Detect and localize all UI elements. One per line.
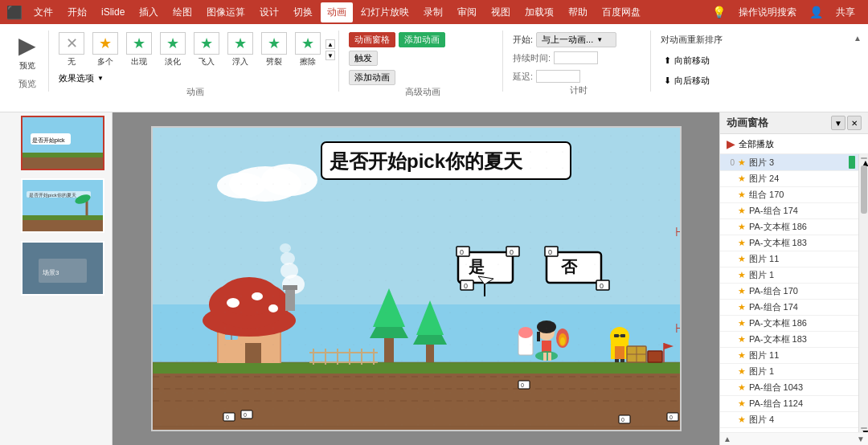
- menu-draw[interactable]: 绘图: [166, 2, 199, 22]
- menu-help[interactable]: 帮助: [562, 2, 594, 22]
- anim-item-3[interactable]: ★ PA-组合 174: [720, 203, 858, 219]
- slide-2-thumb[interactable]: 是否开始pick你的夏天: [21, 178, 104, 233]
- svg-rect-2: [23, 153, 103, 157]
- menu-view[interactable]: 视图: [485, 2, 517, 22]
- menu-baidu[interactable]: 百度网盘: [596, 2, 647, 22]
- anim-list-container: 0 ★ 图片 3 ★ 图片 24 ★ 组合 170: [720, 154, 868, 432]
- anim-item-6-star: ★: [738, 254, 746, 264]
- anim-item-13[interactable]: ★ 图片 1: [720, 364, 858, 380]
- anim-multi-btn[interactable]: ★ 多个: [89, 31, 121, 69]
- anim-panel-title: 动画窗格: [727, 116, 768, 130]
- anim-fly-btn[interactable]: ★ 飞入: [190, 31, 223, 69]
- anim-item-13-star: ★: [738, 366, 746, 377]
- menu-transition[interactable]: 切换: [287, 2, 319, 22]
- menu-record[interactable]: 录制: [417, 2, 449, 22]
- preview-icon: ▶: [18, 32, 36, 59]
- anim-item-8-star: ★: [738, 286, 746, 296]
- scroll-thumb[interactable]: [861, 165, 867, 214]
- ribbon-collapse-btn[interactable]: ▲: [854, 34, 862, 43]
- menu-animation[interactable]: 动画: [321, 2, 353, 22]
- slide-1-preview: 是否开始pick: [23, 117, 103, 169]
- anim-float-btn[interactable]: ★ 浮入: [224, 31, 256, 69]
- add-anim-btn[interactable]: 添加动画: [399, 32, 445, 47]
- animation-scroll-btns: ▲ ▼: [326, 39, 335, 60]
- move-backward-label: 向后移动: [674, 75, 710, 87]
- anim-scroll-up-btn[interactable]: ▲: [723, 435, 731, 443]
- anim-item-15-name: PA-组合 1124: [749, 398, 855, 410]
- anim-item-14[interactable]: ★ PA-组合 1043: [720, 380, 858, 396]
- slide-3-thumb[interactable]: 场景3: [21, 241, 104, 296]
- anim-item-6[interactable]: ★ 图片 11: [720, 251, 858, 267]
- delay-input[interactable]: [536, 70, 580, 83]
- slide-panel: 1 ★ 是否开始pick 2 ★: [0, 112, 113, 445]
- menu-share[interactable]: 共享: [829, 2, 862, 22]
- anim-panel-close-btn[interactable]: ✕: [847, 116, 862, 130]
- anim-none-btn[interactable]: ✕ 无: [55, 31, 88, 69]
- anim-item-12[interactable]: ★ 图片 11: [720, 348, 858, 364]
- move-backward-btn[interactable]: ⬇ 向后移动: [661, 73, 752, 88]
- anim-item-4[interactable]: ★ PA-文本框 186: [720, 219, 858, 235]
- anim-item-15[interactable]: ★ PA-组合 1124: [720, 396, 858, 412]
- anim-item-1[interactable]: ★ 图片 24: [720, 171, 858, 187]
- anim-fade-btn[interactable]: ★ 淡化: [157, 31, 189, 69]
- menu-insert[interactable]: 插入: [133, 2, 165, 22]
- effects-options-btn[interactable]: 效果选项 ▼: [55, 71, 107, 86]
- menu-file[interactable]: 文件: [27, 2, 59, 22]
- add-anim-panel-btn[interactable]: 添加动画: [349, 70, 395, 85]
- delay-label: 延迟:: [513, 71, 533, 83]
- anim-item-7[interactable]: ★ 图片 1: [720, 267, 858, 284]
- anim-item-16[interactable]: ★ 图片 4: [720, 412, 858, 428]
- anim-item-16-star: ★: [738, 414, 746, 425]
- anim-item-8[interactable]: ★ PA-组合 170: [720, 284, 858, 300]
- anim-scroll-up[interactable]: ▲: [326, 39, 335, 49]
- menu-addins[interactable]: 加载项: [518, 2, 560, 22]
- anim-item-10[interactable]: ★ PA-文本框 186: [720, 316, 858, 332]
- anim-wipe-label: 擦除: [300, 56, 316, 67]
- anim-split-btn[interactable]: ★ 劈裂: [258, 31, 290, 69]
- anim-item-2[interactable]: ★ 组合 170: [720, 187, 858, 203]
- preview-group-label: 预览: [18, 78, 36, 92]
- ribbon-content: ▶ 预览 预览 ✕ 无 ★ 多个 ★ 出现 ★: [0, 27, 868, 96]
- anim-appear-btn[interactable]: ★ 出现: [123, 31, 155, 69]
- anim-scroll-down[interactable]: ▼: [326, 51, 335, 60]
- anim-item-11[interactable]: ★ PA-文本框 183: [720, 332, 858, 348]
- move-forward-btn[interactable]: ⬆ 向前移动: [661, 53, 752, 68]
- arrow-down-icon: ⬇: [664, 76, 671, 86]
- duration-input[interactable]: [554, 51, 598, 64]
- anim-list-scrollbar[interactable]: ▲ ▼: [858, 154, 868, 432]
- menu-search[interactable]: 操作说明搜索: [732, 2, 803, 22]
- menu-islide[interactable]: iSlide: [95, 3, 131, 21]
- anim-pane-btn[interactable]: 动画窗格: [349, 32, 395, 47]
- svg-rect-1: [23, 156, 103, 169]
- anim-item-13-name: 图片 1: [749, 365, 855, 378]
- anim-item-5[interactable]: ★ PA-文本框 183: [720, 235, 858, 251]
- anim-fade-icon: ★: [160, 32, 186, 55]
- anim-item-3-name: PA-组合 174: [749, 205, 855, 217]
- start-value: 与上一动画...: [542, 34, 593, 46]
- effects-options-label: 效果选项: [59, 72, 94, 84]
- anim-item-9[interactable]: ★ PA-组合 174: [720, 300, 858, 316]
- trigger-btn[interactable]: 触发: [349, 51, 378, 66]
- start-dropdown[interactable]: 与上一动画... ▼: [536, 32, 616, 47]
- menu-slideshow[interactable]: 幻灯片放映: [354, 2, 416, 22]
- preview-button[interactable]: ▶ 预览: [13, 31, 42, 73]
- play-all-btn[interactable]: ▶ 全部播放: [727, 137, 774, 150]
- anim-none-label: 无: [68, 56, 76, 67]
- play-all-label: 全部播放: [739, 138, 774, 150]
- ribbon-advanced-group: 动画窗格 添加动画 触发 添加动画 高级动画: [342, 31, 503, 92]
- menu-imgop[interactable]: 图像运算: [200, 2, 252, 22]
- animation-bottom-btns: 效果选项 ▼: [55, 71, 335, 86]
- menu-start[interactable]: 开始: [61, 2, 93, 22]
- menu-review[interactable]: 审阅: [451, 2, 483, 22]
- anim-wipe-btn[interactable]: ★ 擦除: [292, 31, 324, 69]
- anim-item-0[interactable]: 0 ★ 图片 3: [720, 154, 858, 171]
- menu-design[interactable]: 设计: [253, 2, 285, 22]
- animation-icons: ✕ 无 ★ 多个 ★ 出现 ★ 淡化 ★ 飞入: [55, 31, 335, 69]
- anim-item-2-star: ★: [738, 190, 746, 200]
- anim-item-12-star: ★: [738, 350, 746, 361]
- anim-item-14-star: ★: [738, 382, 746, 393]
- slide-1-thumb[interactable]: 是否开始pick: [21, 116, 104, 170]
- anim-scroll-down-btn[interactable]: ▼: [857, 435, 865, 443]
- anim-item-0-star: ★: [738, 157, 746, 168]
- anim-panel-dropdown-btn[interactable]: ▼: [831, 116, 845, 130]
